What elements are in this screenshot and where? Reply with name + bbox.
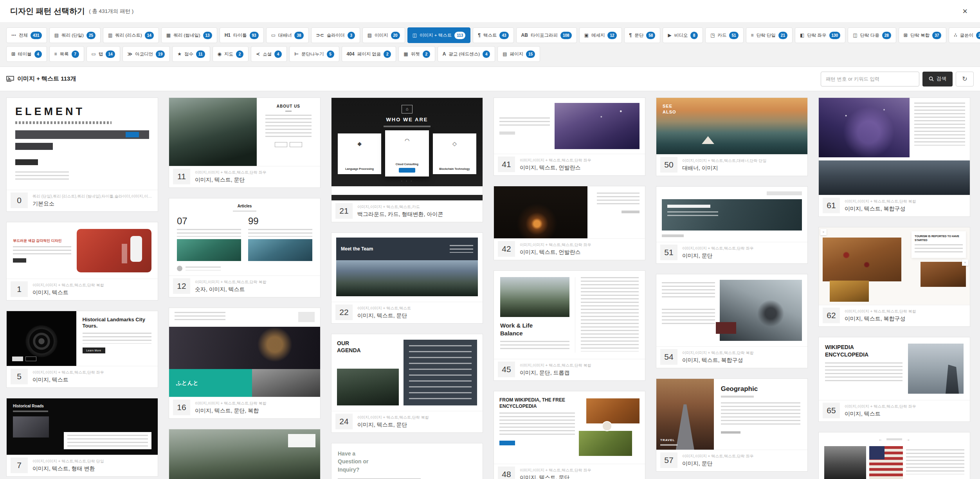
pattern-card-1[interactable]: 부드러운 색감 감각적인 디자인 1 이미지,이미지 + 텍스트,텍스트,단락 … bbox=[6, 222, 158, 301]
filter-chip-row1-2[interactable]: ▥쿼리 (리스트)14 bbox=[103, 27, 159, 43]
thumb-button bbox=[13, 258, 26, 263]
pattern-card-61[interactable]: 61 이미지,이미지 + 텍스트,텍스트,단락 복합이미지, 텍스트, 복합구성 bbox=[818, 97, 970, 217]
filter-chip-row1-0[interactable]: ⋯전체431 bbox=[6, 27, 47, 43]
pattern-title: 이미지, 텍스트, 언발란스 bbox=[520, 249, 641, 256]
thumb-text-lines bbox=[175, 312, 225, 322]
thumb-text-block: Geographic bbox=[714, 379, 807, 450]
filter-chip-row1-16[interactable]: ◧단락 좌우130 bbox=[795, 27, 845, 43]
thumb-mini-image bbox=[298, 312, 315, 322]
pattern-number: 48 bbox=[498, 466, 515, 479]
pattern-card-50[interactable]: SEE ALSO 50 이미지,이미지 + 텍스트,텍스트,대배너,단락 단일대… bbox=[656, 97, 808, 176]
pattern-card-12[interactable]: Articles 07 99 12 이미지,이미지 + 텍스트,텍스트,단락 복… bbox=[169, 198, 321, 297]
pattern-card-21[interactable]: ⌂ WHO WE ARE ◆Language Processing ◠Cloud… bbox=[331, 97, 483, 222]
pattern-thumbnail: ふとんと bbox=[169, 308, 320, 397]
filter-chip-row1-4[interactable]: H1타이틀93 bbox=[220, 27, 264, 43]
pattern-card-48[interactable]: FROM WIKIPEDIA, THE FREE ENCYCLOPEDIA 48… bbox=[494, 391, 645, 479]
pattern-card-42[interactable]: 42 이미지,이미지 + 텍스트,텍스트,단락 좌우이미지, 텍스트, 언발란스 bbox=[494, 186, 645, 260]
close-icon[interactable]: × bbox=[960, 7, 970, 16]
pattern-card-54[interactable]: 54 이미지,이미지 + 텍스트,텍스트,단락 복합이미지, 텍스트, 복합구성 bbox=[656, 274, 808, 368]
thumb-dots: · · · bbox=[338, 179, 476, 183]
filter-chip-row2-8[interactable]: 404페이지 없음2 bbox=[342, 46, 396, 62]
filter-chip-row2-2[interactable]: ▭탭14 bbox=[86, 46, 120, 62]
pattern-card-62[interactable]: TOURISM IS REPORTED TO HAVE STARTED × × … bbox=[818, 227, 970, 327]
filter-chip-row1-18[interactable]: ⊞단락 복합37 bbox=[899, 27, 946, 43]
filter-chip-row2-7[interactable]: ⊢문단나누기5 bbox=[289, 46, 339, 62]
thumb-heading: FROM WIKIPEDIA, THE FREE ENCYCLOPEDIA bbox=[499, 397, 575, 409]
pattern-card-51[interactable]: 51 이미지,이미지 + 텍스트,텍스트,단락 좌우이미지, 문단 bbox=[656, 186, 808, 264]
pattern-title: 이미지, 텍스트, 문단 bbox=[357, 421, 479, 429]
pattern-title: 이미지, 텍스트 bbox=[32, 376, 154, 384]
refresh-button[interactable]: ↻ bbox=[956, 72, 974, 86]
search-input[interactable] bbox=[821, 72, 919, 86]
pattern-card-partial-col3[interactable]: Have a Question or Inquiry? bbox=[331, 443, 483, 479]
search-button[interactable]: 검색 bbox=[922, 72, 953, 86]
pattern-thumbnail: Meet the Team bbox=[331, 233, 483, 302]
pattern-card-partial-col6[interactable]: ← → bbox=[818, 432, 970, 479]
count-badge: 15 bbox=[526, 50, 535, 58]
filter-chip-row1-8[interactable]: ◫이미지 + 텍스트113 bbox=[407, 27, 471, 43]
grid-column-4: 41 이미지,이미지 + 텍스트,텍스트,단락 좌우이미지, 텍스트, 언발란스… bbox=[494, 97, 645, 479]
filter-chip-row2-6[interactable]: ≺소셜4 bbox=[251, 46, 287, 62]
filter-chip-row2-3[interactable]: ≫아코디언19 bbox=[122, 46, 170, 62]
filter-chip-row2-4[interactable]: ★점수11 bbox=[172, 46, 210, 62]
filter-chip-row1-11[interactable]: ▣메세지12 bbox=[579, 27, 622, 43]
thumb-text-lines bbox=[581, 277, 639, 351]
pattern-card-24[interactable]: OUR AGENDA 24 이미지,이미지 + 텍스트,텍스트,단락 복합이미지… bbox=[331, 334, 483, 433]
search-icon bbox=[929, 76, 934, 81]
filter-chip-row1-3[interactable]: ▦쿼리 (썸네일)13 bbox=[161, 27, 217, 43]
thumb-heading: Historical Landmarks City Tours. bbox=[83, 317, 151, 330]
filter-chip-row1-9[interactable]: ¶텍스트43 bbox=[473, 27, 513, 43]
thumb-text-block bbox=[906, 446, 964, 479]
thumb-heading: SEE ALSO bbox=[663, 103, 678, 115]
thumb-image-tertiary bbox=[830, 281, 869, 302]
filter-chip-row1-1[interactable]: ▤쿼리 (단일)25 bbox=[49, 27, 101, 43]
filter-chip-row1-7[interactable]: ▨이미지20 bbox=[362, 27, 405, 43]
pattern-card-57[interactable]: TRAVEL Geographic 57 이미지,이미지 + 텍스트,텍스트,단… bbox=[656, 378, 808, 472]
pattern-thumbnail bbox=[656, 187, 807, 242]
thumb-heading: TOURISM IS REPORTED TO HAVE STARTED bbox=[915, 234, 963, 242]
filter-chip-row2-1[interactable]: ≡목록7 bbox=[49, 46, 84, 62]
filter-chip-row2-10[interactable]: A광고 (애드센스)4 bbox=[438, 46, 495, 62]
card-footer: 48 이미지,이미지 + 텍스트,텍스트,단락 좌우이미지, 텍스트, 문단 bbox=[494, 464, 645, 479]
thumb-text-lines bbox=[409, 345, 472, 400]
filter-chip-row2-9[interactable]: ▦위젯2 bbox=[398, 46, 435, 62]
pattern-thumbnail bbox=[819, 98, 970, 195]
pattern-card-0[interactable]: ELEMENT 0 쿼리 (단일),쿼리 (리스트),쿼리 (썸네일),타이틀,… bbox=[6, 97, 158, 212]
paragraph-multi-icon: ◫ bbox=[853, 32, 857, 38]
pattern-card-11[interactable]: ABOUT US 11 이미지,이미지 + 텍스트,텍스트,단락 좌우이미지, … bbox=[169, 97, 321, 188]
search-group: 검색 ↻ bbox=[821, 72, 974, 86]
filter-chip-row1-17[interactable]: ◫단락 다중28 bbox=[848, 27, 896, 43]
pattern-title: 이미지, 문단 bbox=[682, 252, 803, 259]
pattern-number: 54 bbox=[660, 349, 677, 365]
filter-chip-row2-5[interactable]: ◉지도2 bbox=[213, 46, 249, 62]
close-box-icon: × bbox=[820, 229, 827, 235]
card-footer: 21 이미지,이미지 + 텍스트,텍스트,카드백그라운드, 카드, 형태변환, … bbox=[331, 201, 483, 222]
thumb-heading: Work & Life Balance bbox=[500, 322, 535, 337]
pattern-card-16[interactable]: ふとんと 16 이미지,이미지 + 텍스트,텍스트,단락 복합이미지, 텍스트,… bbox=[169, 308, 321, 419]
pattern-card-41[interactable]: 41 이미지,이미지 + 텍스트,텍스트,단락 좌우이미지, 텍스트, 언발란스 bbox=[494, 97, 645, 176]
pattern-card-65[interactable]: WIKIPEDIA ENCYCLOPEDIA 65 이미지,이미지 + 텍스트,… bbox=[818, 337, 970, 422]
filter-chip-row1-13[interactable]: ▶비디오8 bbox=[663, 27, 703, 43]
filter-chip-row1-15[interactable]: ≡단락 단일21 bbox=[746, 27, 793, 43]
filter-chip-row1-14[interactable]: ◳카드51 bbox=[705, 27, 743, 43]
pattern-card-partial-col2[interactable] bbox=[169, 429, 321, 479]
thumb-subline bbox=[384, 126, 431, 127]
filter-chip-row2-11[interactable]: ▤페이지15 bbox=[497, 46, 540, 62]
pattern-card-7[interactable]: Historical Roads 7 이미지,이미지 + 텍스트,텍스트,단락 … bbox=[6, 398, 158, 477]
filter-chip-row1-19[interactable]: ∴글쓴이21 bbox=[949, 27, 980, 43]
pattern-card-22[interactable]: Meet the Team 22 이미지,이미지 + 텍스트,텍스트이미지, 텍… bbox=[331, 232, 483, 324]
filter-chip-row1-5[interactable]: ▭대배너38 bbox=[266, 27, 309, 43]
filter-chip-row1-6[interactable]: ⊃⊂슬라이더3 bbox=[311, 27, 360, 43]
pattern-card-45[interactable]: Work & Life Balance 45 이미지,이미지 + 텍스트,텍스트… bbox=[494, 270, 645, 381]
thumb-text-block bbox=[64, 432, 151, 449]
pattern-number: 57 bbox=[660, 452, 677, 468]
filter-row-2: ⊞테이블4≡목록7▭탭14≫아코디언19★점수11◉지도2≺소셜4⊢문단나누기5… bbox=[6, 46, 974, 62]
filter-chip-row2-0[interactable]: ⊞테이블4 bbox=[6, 46, 47, 62]
thumb-text-lines bbox=[825, 362, 903, 382]
writer-icon: ∴ bbox=[954, 32, 957, 38]
filter-chip-row1-10[interactable]: AB타이포그라피108 bbox=[516, 27, 577, 43]
pattern-card-5[interactable]: Historical Landmarks City Tours. Learn M… bbox=[6, 311, 158, 388]
filter-chip-row1-12[interactable]: ¶문단58 bbox=[624, 27, 661, 43]
feature-label: Blockchain Technology bbox=[439, 167, 470, 170]
thumb-flag-image bbox=[869, 446, 903, 479]
